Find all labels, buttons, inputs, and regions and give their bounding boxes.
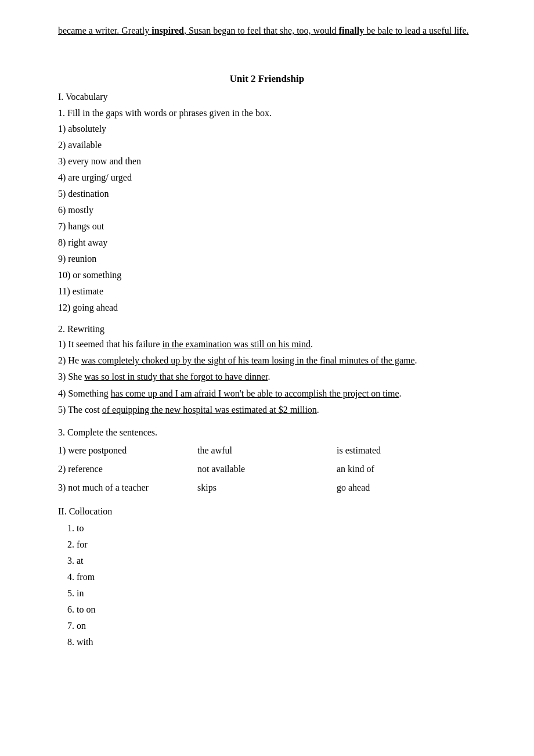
list-item: 10) or something (58, 267, 476, 283)
table-cell: not available (197, 460, 337, 478)
question2-section: 2. Rewriting 1) It seemed that his failu… (58, 324, 476, 418)
rewriting-item-1-before: It seemed that his failure (68, 339, 162, 349)
question1-list: 1) absolutely 2) available 3) every now … (58, 121, 476, 316)
list-item: 8) right away (58, 235, 476, 251)
list-item: 2) available (58, 137, 476, 153)
collocation-list: 1. to 2. for 3. at 4. from 5. in 6. to o… (67, 520, 476, 650)
table-cell: the awful (197, 441, 337, 460)
list-item: 7) hangs out (58, 218, 476, 235)
rewriting-item-1-underlined: in the examination was still on his mind (163, 339, 311, 349)
rewriting-item-3-before: She (68, 372, 84, 381)
rewriting-item-4-before: Something (68, 388, 110, 398)
list-item: 4. from (67, 569, 476, 585)
rewriting-item-4: 4) Something has come up and I am afraid… (58, 386, 476, 401)
intro-text-before-bold2: , Susan began to feel that she, too, wou… (184, 26, 339, 35)
rewriting-item-5-underlined: of equipping the new hospital was estima… (102, 405, 317, 415)
list-item: 11) estimate (58, 283, 476, 300)
table-cell: 1) were postponed (58, 441, 197, 460)
intro-text-after-bold2: be bale to lead a useful life. (364, 26, 468, 35)
list-item: 7. on (67, 618, 476, 634)
rewriting-item-5: 5) The cost of equipping the new hospita… (58, 402, 476, 417)
section2-heading: II. Collocation (58, 506, 476, 517)
list-item: 1. to (67, 520, 476, 537)
list-item: 6) mostly (58, 202, 476, 218)
rewriting-item-3-number: 3) (58, 372, 66, 381)
rewriting-item-4-number: 4) (58, 388, 66, 398)
list-item: 3. at (67, 553, 476, 569)
rewriting-item-5-before: The cost (68, 405, 102, 415)
list-item: 9) reunion (58, 251, 476, 267)
intro-paragraph: became a writer. Greatly inspired, Susan… (58, 23, 476, 38)
rewriting-item-3: 3) She was so lost in study that she for… (58, 369, 476, 384)
list-item: 2. for (67, 537, 476, 553)
table-cell: go ahead (337, 478, 476, 497)
rewriting-item-3-after: . (268, 372, 270, 381)
rewriting-item-1-after: . (311, 339, 313, 349)
rewriting-item-2-underlined: was completely choked up by the sight of… (81, 355, 415, 365)
table-cell: 2) reference (58, 460, 197, 478)
question2-label: 2. Rewriting (58, 324, 476, 334)
intro-bold1: inspired (151, 26, 184, 35)
list-item: 3) every now and then (58, 153, 476, 170)
list-item: 6. to on (67, 602, 476, 618)
table-row: 3) not much of a teacher skips go ahead (58, 478, 476, 497)
question3-table: 1) were postponed the awful is estimated… (58, 441, 476, 497)
question1-label: 1. Fill in the gaps with words or phrase… (58, 108, 476, 118)
table-cell: an kind of (337, 460, 476, 478)
rewriting-item-5-number: 5) (58, 405, 66, 415)
list-item: 12) going ahead (58, 300, 476, 316)
rewriting-item-4-underlined: has come up and I am afraid I won't be a… (111, 388, 399, 398)
rewriting-item-1: 1) It seemed that his failure in the exa… (58, 337, 476, 352)
question3-label: 3. Complete the sentences. (58, 427, 476, 438)
table-cell: skips (197, 478, 337, 497)
list-item: 4) are urging/ urged (58, 170, 476, 186)
rewriting-item-2-before: He (68, 355, 81, 365)
section2: II. Collocation 1. to 2. for 3. at 4. fr… (58, 506, 476, 650)
rewriting-item-2-after: . (415, 355, 417, 365)
rewriting-item-5-after: . (317, 405, 319, 415)
table-cell: 3) not much of a teacher (58, 478, 197, 497)
question3-section: 3. Complete the sentences. 1) were postp… (58, 427, 476, 497)
rewriting-item-3-underlined: was so lost in study that she forgot to … (84, 372, 268, 381)
unit-title: Unit 2 Friendship (58, 73, 476, 85)
rewriting-item-2-number: 2) (58, 355, 66, 365)
rewriting-item-1-number: 1) (58, 339, 66, 349)
list-item: 1) absolutely (58, 121, 476, 137)
rewriting-item-4-after: . (399, 388, 402, 398)
intro-text-before-bold1: became a writer. Greatly (58, 26, 151, 35)
section1-heading: I. Vocabulary (58, 92, 476, 102)
list-item: 5) destination (58, 186, 476, 202)
table-row: 2) reference not available an kind of (58, 460, 476, 478)
table-row: 1) were postponed the awful is estimated (58, 441, 476, 460)
table-cell: is estimated (337, 441, 476, 460)
list-item: 5. in (67, 585, 476, 602)
rewriting-item-2: 2) He was completely choked up by the si… (58, 353, 476, 368)
intro-bold2: finally (339, 26, 365, 35)
list-item: 8. with (67, 634, 476, 650)
